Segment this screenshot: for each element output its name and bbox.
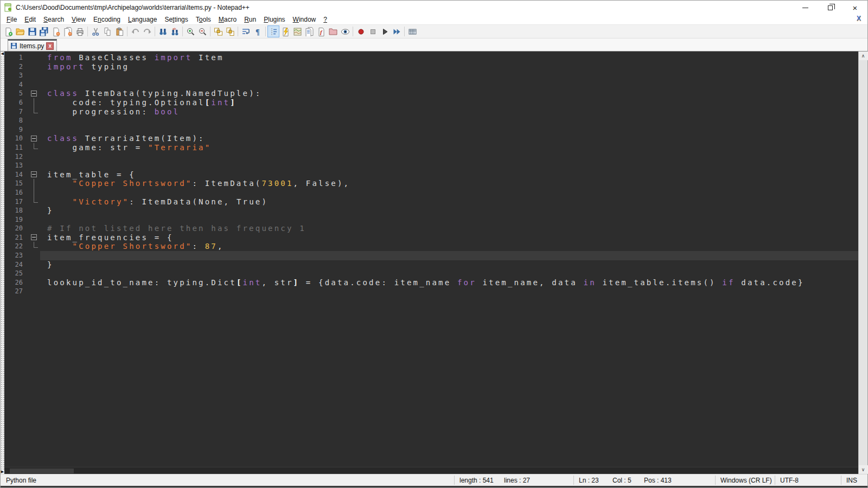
macro-save-icon[interactable] xyxy=(406,25,418,37)
sync-vertical-icon[interactable] xyxy=(212,25,224,37)
cut-icon[interactable] xyxy=(90,25,101,37)
show-indent-guide-icon[interactable] xyxy=(267,25,279,37)
fold-collapse-icon[interactable] xyxy=(31,91,37,97)
fold-collapse-icon[interactable] xyxy=(31,136,37,142)
menu-close-icon[interactable]: X xyxy=(857,15,861,22)
print-icon[interactable] xyxy=(74,25,86,37)
save-all-icon[interactable] xyxy=(38,25,50,37)
save-file-icon[interactable] xyxy=(26,25,38,37)
line-number[interactable]: 13 xyxy=(4,161,28,170)
close-button[interactable]: × xyxy=(843,1,867,15)
replace-icon[interactable]: ab xyxy=(169,25,181,37)
paste-icon[interactable] xyxy=(113,25,125,37)
menu-item-encoding[interactable]: Encoding xyxy=(90,15,124,24)
close-icon: × xyxy=(853,4,858,12)
collapse-left-icon[interactable]: ◀ xyxy=(1,52,4,56)
undo-icon[interactable] xyxy=(129,25,141,37)
line-number[interactable]: 5 xyxy=(4,89,28,98)
status-encoding[interactable]: UTF-8 xyxy=(780,477,799,484)
line-number[interactable]: 2 xyxy=(4,62,28,72)
horizontal-scrollbar-thumb[interactable] xyxy=(10,468,74,473)
line-number[interactable]: 7 xyxy=(4,107,28,117)
macro-record-icon[interactable] xyxy=(355,25,367,37)
fold-collapse-icon[interactable] xyxy=(31,234,37,240)
line-number[interactable]: 6 xyxy=(4,98,28,107)
status-insert-mode[interactable]: INS xyxy=(846,477,857,484)
macro-stop-icon[interactable] xyxy=(367,25,379,37)
line-number[interactable]: 11 xyxy=(4,143,28,152)
close-file-icon[interactable] xyxy=(50,25,62,37)
macro-run-multiple-icon[interactable] xyxy=(391,25,403,37)
zoom-out-icon[interactable] xyxy=(196,25,208,37)
collapse-right-icon[interactable]: ▶ xyxy=(1,470,4,474)
scroll-up-icon[interactable]: ∧ xyxy=(859,52,868,60)
line-number[interactable]: 3 xyxy=(4,71,28,80)
scroll-down-icon[interactable]: ∨ xyxy=(859,465,868,474)
line-number[interactable]: 16 xyxy=(4,188,28,197)
menu-item-settings[interactable]: Settings xyxy=(161,15,192,24)
line-number[interactable]: 24 xyxy=(4,260,28,269)
show-all-characters-icon[interactable]: ¶ xyxy=(252,25,264,37)
horizontal-scrollbar[interactable] xyxy=(4,467,858,474)
line-number[interactable]: 12 xyxy=(4,152,28,162)
docking-splitter[interactable]: ◀ ▶ xyxy=(1,52,4,474)
fold-toggle[interactable] xyxy=(28,170,40,179)
monitoring-eye-icon[interactable] xyxy=(339,25,351,37)
line-number[interactable]: 21 xyxy=(4,233,28,242)
folder-as-workspace-icon[interactable]: f xyxy=(315,25,327,37)
menu-item-run[interactable]: Run xyxy=(240,15,260,24)
fold-toggle[interactable] xyxy=(28,89,40,98)
document-list-icon[interactable] xyxy=(303,25,315,37)
line-number[interactable]: 27 xyxy=(4,287,28,296)
line-number[interactable]: 10 xyxy=(4,134,28,143)
line-number[interactable]: 8 xyxy=(4,116,28,125)
line-number[interactable]: 15 xyxy=(4,179,28,188)
code-editor[interactable]: 1from BaseClasses import Item2import typ… xyxy=(4,52,858,467)
menu-item-language[interactable]: Language xyxy=(124,15,161,24)
project-panel-icon[interactable] xyxy=(327,25,339,37)
menu-item-view[interactable]: View xyxy=(68,15,90,24)
menu-item-search[interactable]: Search xyxy=(40,15,68,24)
menu-item-window[interactable]: Window xyxy=(289,15,320,24)
line-number[interactable]: 14 xyxy=(4,170,28,179)
line-number[interactable]: 19 xyxy=(4,215,28,224)
sync-horizontal-icon[interactable] xyxy=(224,25,236,37)
find-icon[interactable] xyxy=(157,25,169,37)
line-number[interactable]: 20 xyxy=(4,224,28,233)
close-all-icon[interactable] xyxy=(62,25,74,37)
vertical-scrollbar[interactable]: ∧ ∨ xyxy=(858,52,867,474)
line-number[interactable]: 25 xyxy=(4,269,28,278)
redo-icon[interactable] xyxy=(141,25,153,37)
line-number[interactable]: 4 xyxy=(4,80,28,89)
line-number[interactable]: 1 xyxy=(4,53,28,62)
minimize-button[interactable] xyxy=(793,1,818,15)
tab-items-py[interactable]: Items.py x xyxy=(8,39,57,51)
word-wrap-icon[interactable] xyxy=(240,25,252,37)
menu-item-tools[interactable]: Tools xyxy=(192,15,215,24)
status-eol-format[interactable]: Windows (CR LF) xyxy=(720,477,772,484)
fold-margin xyxy=(28,107,40,117)
macro-play-icon[interactable] xyxy=(379,25,391,37)
line-number[interactable]: 26 xyxy=(4,278,28,287)
menu-item-edit[interactable]: Edit xyxy=(21,15,40,24)
function-list-icon[interactable] xyxy=(279,25,291,37)
fold-collapse-icon[interactable] xyxy=(31,171,37,177)
tab-close-icon[interactable]: x xyxy=(46,42,54,50)
menu-item-macro[interactable]: Macro xyxy=(215,15,240,24)
zoom-in-icon[interactable] xyxy=(184,25,196,37)
new-file-icon[interactable] xyxy=(2,25,14,37)
menu-item-file[interactable]: File xyxy=(3,15,21,24)
copy-icon[interactable] xyxy=(101,25,113,37)
line-number[interactable]: 9 xyxy=(4,125,28,134)
line-number[interactable]: 22 xyxy=(4,242,28,251)
menu-item-plugins[interactable]: Plugins xyxy=(260,15,289,24)
fold-toggle[interactable] xyxy=(28,134,40,143)
open-file-icon[interactable] xyxy=(14,25,26,37)
line-number[interactable]: 17 xyxy=(4,197,28,207)
restore-button[interactable] xyxy=(818,1,843,15)
menu-item-help[interactable]: ? xyxy=(320,15,331,24)
line-number[interactable]: 23 xyxy=(4,251,28,260)
fold-toggle[interactable] xyxy=(28,233,40,242)
document-map-icon[interactable] xyxy=(291,25,303,37)
line-number[interactable]: 18 xyxy=(4,206,28,215)
